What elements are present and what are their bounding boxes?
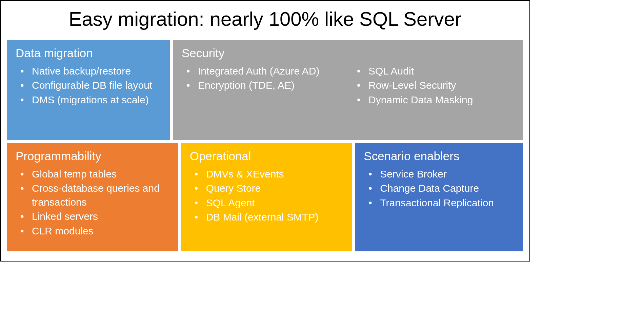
list-item: Encryption (TDE, AE) (182, 79, 345, 92)
card-title-security: Security (182, 46, 516, 60)
list-item: DMS (migrations at scale) (16, 93, 163, 107)
bullet-list: DMVs & XEvents Query Store SQL Agent DB … (190, 167, 345, 224)
list-item: Row-Level Security (352, 79, 516, 92)
list-item: CLR modules (16, 224, 171, 238)
card-title-operational: Operational (190, 149, 345, 163)
card-scenario-enablers: Scenario enablers Service Broker Change … (355, 143, 523, 251)
card-body: DMVs & XEvents Query Store SQL Agent DB … (190, 167, 345, 225)
slide-container: Easy migration: nearly 100% like SQL Ser… (0, 0, 530, 262)
list-item: Configurable DB file layout (16, 79, 163, 92)
list-item: Integrated Auth (Azure AD) (182, 64, 345, 78)
bullet-list: Integrated Auth (Azure AD) Encryption (T… (182, 64, 345, 92)
card-title-programmability: Programmability (16, 149, 171, 163)
card-programmability: Programmability Global temp tables Cross… (7, 143, 178, 251)
card-title-data-migration: Data migration (16, 46, 163, 60)
bullet-list: Global temp tables Cross-database querie… (16, 167, 171, 238)
card-col: Service Broker Change Data Capture Trans… (364, 167, 516, 211)
list-item: Change Data Capture (364, 182, 516, 195)
list-item: Cross-database queries and transactions (16, 182, 171, 209)
list-item: SQL Audit (352, 64, 516, 78)
card-col: Global temp tables Cross-database querie… (16, 167, 171, 239)
card-col: DMVs & XEvents Query Store SQL Agent DB … (190, 167, 345, 225)
list-item: Service Broker (364, 167, 516, 181)
card-security: Security Integrated Auth (Azure AD) Encr… (173, 40, 523, 140)
card-body: Integrated Auth (Azure AD) Encryption (T… (182, 64, 516, 108)
bullet-list: SQL Audit Row-Level Security Dynamic Dat… (352, 64, 516, 107)
card-col-2: SQL Audit Row-Level Security Dynamic Dat… (352, 64, 516, 108)
card-col: Native backup/restore Configurable DB fi… (16, 64, 163, 108)
row-bottom: Programmability Global temp tables Cross… (7, 143, 523, 251)
card-col-1: Integrated Auth (Azure AD) Encryption (T… (182, 64, 345, 108)
list-item: Dynamic Data Masking (352, 93, 516, 107)
list-item: Linked servers (16, 210, 171, 224)
card-body: Native backup/restore Configurable DB fi… (16, 64, 163, 108)
list-item: DMVs & XEvents (190, 167, 345, 181)
slide-title: Easy migration: nearly 100% like SQL Ser… (1, 1, 529, 40)
bullet-list: Service Broker Change Data Capture Trans… (364, 167, 516, 210)
grid-wrapper: Data migration Native backup/restore Con… (1, 40, 529, 261)
bullet-list: Native backup/restore Configurable DB fi… (16, 64, 163, 107)
row-top: Data migration Native backup/restore Con… (7, 40, 523, 140)
card-operational: Operational DMVs & XEvents Query Store S… (181, 143, 353, 251)
card-title-scenario: Scenario enablers (364, 149, 516, 163)
card-body: Global temp tables Cross-database querie… (16, 167, 171, 239)
card-body: Service Broker Change Data Capture Trans… (364, 167, 516, 211)
list-item: DB Mail (external SMTP) (190, 210, 345, 224)
list-item: Transactional Replication (364, 196, 516, 210)
list-item: Global temp tables (16, 167, 171, 181)
card-data-migration: Data migration Native backup/restore Con… (7, 40, 170, 140)
list-item: Native backup/restore (16, 64, 163, 78)
list-item: Query Store (190, 182, 345, 195)
list-item: SQL Agent (190, 196, 345, 210)
